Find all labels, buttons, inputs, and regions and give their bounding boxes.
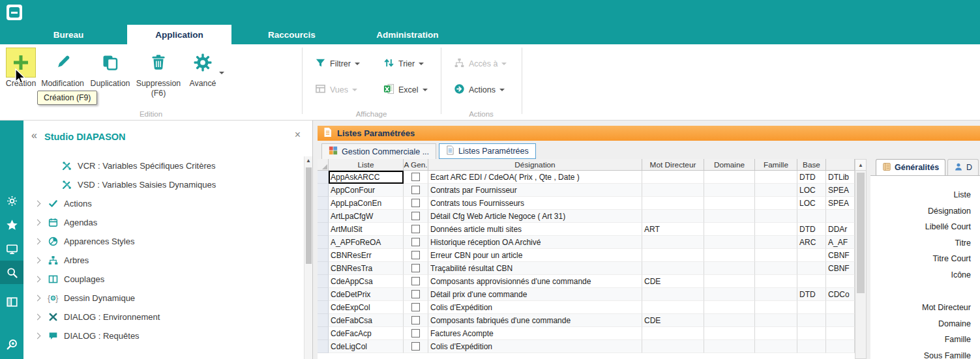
row-selector[interactable] <box>318 223 329 236</box>
chevron-down-icon[interactable] <box>423 89 428 91</box>
actions-button[interactable]: Actions <box>454 82 505 98</box>
select-all-corner[interactable] <box>318 159 329 171</box>
sidebar-item[interactable]: {}Dessin Dynamique <box>23 289 302 308</box>
a-gen-checkbox[interactable] <box>411 212 420 220</box>
cell-extra[interactable]: A_AF <box>826 236 855 249</box>
cell-mot[interactable] <box>642 327 704 340</box>
tab-bureau[interactable]: Bureau <box>36 25 101 44</box>
row-selector[interactable] <box>318 314 329 327</box>
acces-a-button[interactable]: Accès à <box>454 56 507 72</box>
tab-listes-parametrees[interactable]: Listes Paramétrées <box>439 143 536 159</box>
cell-domaine[interactable] <box>704 171 755 184</box>
column-header[interactable]: Désignation <box>428 159 642 171</box>
cell-designation[interactable]: Ecart ARC EDI / CdeOA( Prix , Qte , Date… <box>428 171 642 184</box>
cell-extra[interactable] <box>826 210 855 223</box>
chevron-right-icon[interactable] <box>35 314 41 321</box>
cell-base[interactable] <box>797 249 826 262</box>
sidebar-item[interactable]: Agendas <box>23 213 302 232</box>
table-row[interactable]: CdeDetPrixDétail prix d'une commandeDTDC… <box>318 288 855 301</box>
column-header[interactable]: Famille <box>755 159 797 171</box>
collapse-sidebar-button[interactable]: « <box>31 130 37 141</box>
app-logo-icon[interactable] <box>7 5 22 20</box>
row-selector[interactable] <box>318 327 329 340</box>
cell-designation[interactable]: Données article multi sites <box>428 223 642 236</box>
scrollbar-thumb[interactable] <box>857 173 865 293</box>
table-scrollbar[interactable]: ▲ <box>855 159 867 359</box>
cell-designation[interactable]: Erreur CBN pour un article <box>428 249 642 262</box>
table-row[interactable]: CdeLigColColis d'Expédition <box>318 340 855 353</box>
panels-icon[interactable] <box>0 290 23 313</box>
cell-mot[interactable] <box>642 249 704 262</box>
tab-administration[interactable]: Administration <box>355 25 460 44</box>
cell-base[interactable] <box>797 275 826 288</box>
cell-extra[interactable]: SPEA <box>826 184 855 197</box>
cell-famille[interactable] <box>755 171 797 184</box>
cell-domaine[interactable] <box>704 184 755 197</box>
cell-base[interactable] <box>797 327 826 340</box>
a-gen-checkbox[interactable] <box>411 329 420 337</box>
chevron-down-icon[interactable] <box>219 72 224 74</box>
a-gen-checkbox[interactable] <box>411 316 420 324</box>
table-row[interactable]: ArtLpaCfgWDétail Cfg Web Article Negoce … <box>318 210 855 223</box>
cell-famille[interactable] <box>755 327 797 340</box>
cell-mot[interactable] <box>642 262 704 275</box>
search-icon[interactable] <box>0 261 23 284</box>
chevron-right-icon[interactable] <box>35 276 41 283</box>
table-row[interactable]: ArtMulSitDonnées article multi sitesARTD… <box>318 223 855 236</box>
cell-base[interactable]: ARC <box>797 236 826 249</box>
cell-designation[interactable]: Colis d'Expédition <box>428 301 642 314</box>
close-sidebar-button[interactable]: × <box>295 129 301 141</box>
cell-famille[interactable] <box>755 236 797 249</box>
cell-domaine[interactable] <box>704 236 755 249</box>
column-header[interactable] <box>826 159 855 171</box>
cell-liste[interactable]: AppLpaConEn <box>329 197 404 210</box>
sidebar-item[interactable]: Couplages <box>23 270 302 289</box>
query-icon[interactable] <box>0 332 23 356</box>
cell-mot[interactable] <box>642 184 704 197</box>
cell-liste[interactable]: CdeExpCol <box>329 301 404 314</box>
cell-famille[interactable] <box>755 340 797 353</box>
sidebar-item[interactable]: Actions <box>23 194 302 213</box>
a-gen-checkbox[interactable] <box>411 290 420 298</box>
cell-liste[interactable]: CdeFacAcp <box>329 327 404 340</box>
cell-famille[interactable] <box>755 301 797 314</box>
cell-base[interactable] <box>797 210 826 223</box>
a-gen-checkbox[interactable] <box>411 186 420 194</box>
sidebar-item[interactable]: Arbres <box>23 251 302 270</box>
row-selector[interactable] <box>318 275 329 288</box>
filtrer-button[interactable]: Filtrer <box>315 56 360 72</box>
cell-base[interactable] <box>797 314 826 327</box>
cell-domaine[interactable] <box>704 275 755 288</box>
cell-extra[interactable]: SPEA <box>826 197 855 210</box>
settings-icon[interactable] <box>0 189 23 212</box>
a-gen-checkbox[interactable] <box>411 251 420 259</box>
table-row[interactable]: CBNResErrErreur CBN pour un articleCBNF <box>318 249 855 262</box>
chevron-right-icon[interactable] <box>35 333 41 339</box>
column-header[interactable]: A Gen. <box>404 159 428 171</box>
chevron-down-icon[interactable] <box>419 63 424 65</box>
sidebar-item[interactable]: VSD : Variables Saisies Dynamiques <box>23 175 302 194</box>
row-selector[interactable] <box>318 197 329 210</box>
row-selector[interactable] <box>318 301 329 314</box>
cell-domaine[interactable] <box>704 262 755 275</box>
tab-raccourcis[interactable]: Raccourcis <box>254 25 329 44</box>
scrollbar-thumb[interactable] <box>306 167 312 264</box>
cell-mot[interactable] <box>642 236 704 249</box>
row-selector[interactable] <box>318 340 329 353</box>
table-row[interactable]: AppAskARCCEcart ARC EDI / CdeOA( Prix , … <box>318 171 855 184</box>
tab-application[interactable]: Application <box>127 25 231 44</box>
table-row[interactable]: CdeExpColColis d'Expédition <box>318 301 855 314</box>
cell-designation[interactable]: Colis d'Expédition <box>428 340 642 353</box>
column-header[interactable]: Liste <box>329 159 404 171</box>
cell-famille[interactable] <box>755 223 797 236</box>
cell-famille[interactable] <box>755 210 797 223</box>
cell-designation[interactable]: Détail prix d'une commande <box>428 288 642 301</box>
cell-extra[interactable] <box>826 340 855 353</box>
sidebar-scrollbar[interactable]: ▲ <box>304 156 312 359</box>
cell-domaine[interactable] <box>704 314 755 327</box>
cell-designation[interactable]: Contrats par Fournisseur <box>428 184 642 197</box>
cell-domaine[interactable] <box>704 249 755 262</box>
cell-extra[interactable]: DTLib <box>826 171 855 184</box>
table-row[interactable]: AppLpaConEnContrats tous FournisseursLOC… <box>318 197 855 210</box>
cell-mot[interactable] <box>642 301 704 314</box>
